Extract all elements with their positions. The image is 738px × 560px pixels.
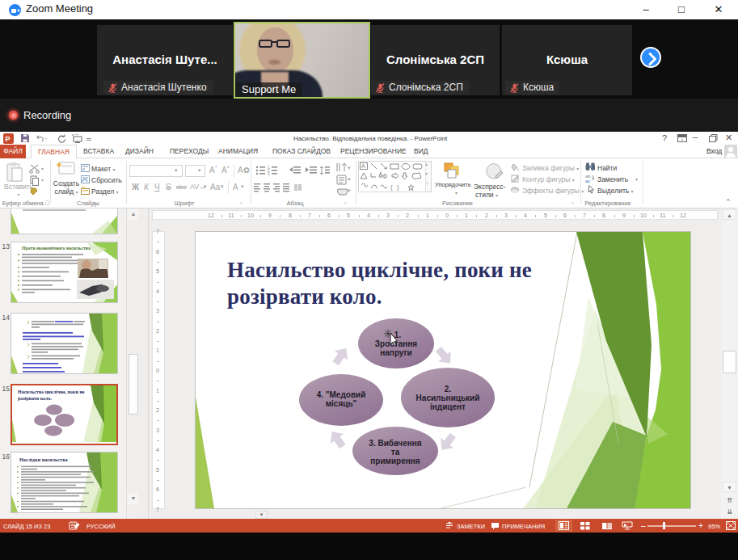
svg-text:Насильницький: Насильницький (416, 394, 480, 402)
svg-text:2.: 2. (445, 385, 452, 394)
svg-text:A: A (361, 163, 365, 169)
svg-text:Проти економічного насильства: Проти економічного насильства (22, 246, 91, 251)
svg-text:розірвати коло.: розірвати коло. (18, 396, 52, 401)
svg-text:місяць": місяць" (326, 399, 357, 408)
svg-text:{: { (390, 183, 393, 191)
svg-text:4. "Медовий: 4. "Медовий (317, 390, 366, 399)
svg-text:та: та (391, 448, 400, 457)
svg-text:напруги: напруги (380, 348, 412, 357)
svg-text:індицент: індицент (430, 402, 466, 411)
svg-text:Наслідки насильства: Наслідки насильства (19, 457, 68, 462)
svg-text:3. Вибачення: 3. Вибачення (369, 439, 421, 448)
svg-text:примирення: примирення (370, 457, 420, 465)
svg-text:3: 3 (268, 172, 270, 175)
svg-text:}: } (397, 183, 399, 191)
svg-text:P: P (6, 135, 11, 143)
svg-text:1.: 1. (394, 331, 402, 339)
svg-text:Насильство циклічне, поки не: Насильство циклічне, поки не (18, 389, 85, 394)
svg-text:ac: ac (585, 179, 590, 183)
